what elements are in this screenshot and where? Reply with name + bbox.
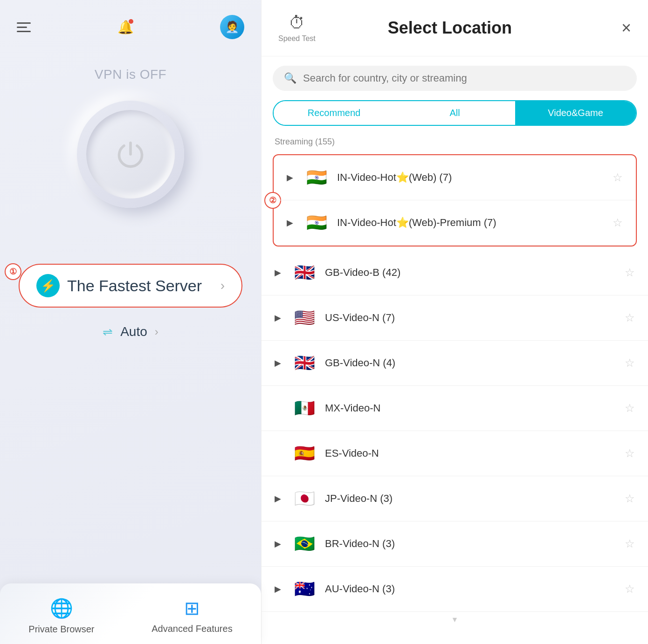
right-header: ⏱ Speed Test Select Location × — [262, 0, 648, 56]
tab-recommend[interactable]: Recommend — [274, 101, 394, 125]
tab-all[interactable]: All — [394, 101, 515, 125]
expand-arrow-icon: ▶ — [275, 267, 284, 278]
close-button[interactable]: × — [621, 20, 631, 36]
avatar[interactable]: 🧑‍💼 — [220, 15, 244, 39]
favorite-star[interactable]: ☆ — [625, 402, 635, 415]
server-item[interactable]: ▶ 🇬🇧 GB-Video-N (4) ☆ — [262, 341, 648, 386]
flag-in-2: 🇮🇳 — [304, 211, 329, 235]
server-name: IN-Video-Hot⭐(Web)-Premium (7) — [337, 217, 604, 229]
expand-arrow-icon: ▶ — [287, 172, 296, 183]
tab-video-game[interactable]: Video&Game — [515, 101, 636, 125]
server-list: ② ▶ 🇮🇳 IN-Video-Hot⭐(Web) (7) ☆ ▶ 🇮🇳 IN-… — [262, 152, 648, 644]
server-item[interactable]: ▶ 🇯🇵 JP-Video-N (3) ☆ — [262, 476, 648, 521]
streaming-header: Streaming (155) — [262, 133, 648, 152]
favorite-star[interactable]: ☆ — [625, 582, 635, 596]
advanced-features-icon: ⊞ — [184, 597, 200, 619]
favorite-star[interactable]: ☆ — [625, 266, 635, 279]
server-item[interactable]: ▶ 🇬🇧 GB-Video-B (42) ☆ — [262, 250, 648, 295]
server-item[interactable]: ▶ 🇪🇸 ES-Video-N ☆ — [262, 431, 648, 476]
server-name: ES-Video-N — [325, 447, 616, 459]
server-item[interactable]: ▶ 🇮🇳 IN-Video-Hot⭐(Web) (7) ☆ — [274, 155, 636, 200]
scroll-hint: ▼ — [262, 612, 648, 628]
fastest-server-button[interactable]: ⚡ The Fastest Server › — [19, 264, 242, 308]
private-browser-icon: 🌐 — [50, 597, 73, 619]
flag-in-1: 🇮🇳 — [304, 165, 329, 190]
advanced-features-label: Advanced Features — [152, 623, 232, 634]
nav-advanced-features[interactable]: ⊞ Advanced Features — [152, 597, 232, 634]
server-item[interactable]: ▶ 🇺🇸 US-Video-N (7) ☆ — [262, 295, 648, 341]
flag-au: 🇦🇺 — [292, 577, 317, 601]
favorite-star[interactable]: ☆ — [625, 356, 635, 370]
flag-gb-1: 🇬🇧 — [292, 260, 317, 285]
favorite-star[interactable]: ☆ — [613, 216, 623, 229]
server-name: MX-Video-N — [325, 402, 616, 414]
expand-arrow-icon: ▶ — [275, 358, 284, 368]
server-name: BR-Video-N (3) — [325, 538, 616, 550]
expand-arrow-icon: ▶ — [275, 584, 284, 594]
flag-us: 🇺🇸 — [292, 306, 317, 330]
left-panel: 🔔 🧑‍💼 VPN is OFF ① ⚡ The Fastest Server … — [0, 0, 261, 644]
flag-mx: 🇲🇽 — [292, 396, 317, 420]
expand-arrow-icon: ▶ — [275, 493, 284, 504]
auto-protocol-row[interactable]: ⇌ Auto › — [103, 324, 159, 339]
lightning-icon: ⚡ — [41, 279, 55, 293]
favorite-star[interactable]: ☆ — [625, 447, 635, 460]
fastest-server-wrapper: ① ⚡ The Fastest Server › — [19, 236, 242, 308]
server-name: GB-Video-N (4) — [325, 357, 616, 369]
server-item[interactable]: ▶ 🇮🇳 IN-Video-Hot⭐(Web)-Premium (7) ☆ — [274, 200, 636, 246]
server-name: JP-Video-N (3) — [325, 493, 616, 505]
panel-title: Select Location — [288, 18, 612, 38]
server-name: AU-Video-N (3) — [325, 583, 616, 595]
server-name: IN-Video-Hot⭐(Web) (7) — [337, 171, 604, 184]
right-panel: ⏱ Speed Test Select Location × 🔍 Recomme… — [261, 0, 648, 644]
server-item[interactable]: ▶ 🇦🇺 AU-Video-N (3) ☆ — [262, 567, 648, 612]
notification-badge — [129, 19, 133, 24]
search-icon: 🔍 — [284, 72, 296, 84]
left-header: 🔔 🧑‍💼 — [0, 0, 261, 39]
flag-es: 🇪🇸 — [292, 441, 317, 466]
protocol-icon: ⇌ — [103, 325, 113, 339]
expand-arrow-icon: ▶ — [275, 313, 284, 323]
annotation-badge-1: ① — [5, 263, 21, 280]
fastest-server-label: The Fastest Server — [67, 277, 213, 295]
menu-button[interactable] — [17, 22, 31, 32]
tab-row: Recommend All Video&Game — [273, 100, 637, 126]
vpn-status-label: VPN is OFF — [95, 67, 166, 82]
flag-gb-2: 🇬🇧 — [292, 351, 317, 375]
power-icon — [114, 138, 147, 171]
search-input[interactable] — [303, 72, 626, 84]
private-browser-label: Private Browser — [28, 624, 94, 635]
server-item[interactable]: ▶ 🇲🇽 MX-Video-N ☆ — [262, 386, 648, 431]
highlighted-border: ▶ 🇮🇳 IN-Video-Hot⭐(Web) (7) ☆ ▶ 🇮🇳 IN-Vi… — [273, 154, 637, 247]
power-button[interactable] — [77, 101, 184, 208]
nav-private-browser[interactable]: 🌐 Private Browser — [28, 597, 94, 635]
flag-br: 🇧🇷 — [292, 532, 317, 556]
lightning-icon-wrap: ⚡ — [36, 274, 60, 297]
auto-label: Auto — [120, 324, 147, 339]
bottom-nav: 🌐 Private Browser ⊞ Advanced Features — [0, 583, 261, 644]
server-name: GB-Video-B (42) — [325, 267, 616, 279]
expand-arrow-icon: ▶ — [287, 218, 296, 228]
fastest-server-arrow: › — [221, 278, 225, 293]
search-bar[interactable]: 🔍 — [273, 66, 637, 91]
server-name: US-Video-N (7) — [325, 312, 616, 324]
highlighted-server-group: ② ▶ 🇮🇳 IN-Video-Hot⭐(Web) (7) ☆ ▶ 🇮🇳 IN-… — [273, 154, 637, 247]
favorite-star[interactable]: ☆ — [613, 171, 623, 184]
favorite-star[interactable]: ☆ — [625, 492, 635, 505]
expand-arrow-icon: ▶ — [275, 539, 284, 549]
favorite-star[interactable]: ☆ — [625, 311, 635, 324]
server-item[interactable]: ▶ 🇧🇷 BR-Video-N (3) ☆ — [262, 521, 648, 567]
notification-bell[interactable]: 🔔 — [116, 17, 135, 37]
auto-arrow: › — [155, 325, 159, 338]
favorite-star[interactable]: ☆ — [625, 537, 635, 550]
flag-jp: 🇯🇵 — [292, 486, 317, 511]
